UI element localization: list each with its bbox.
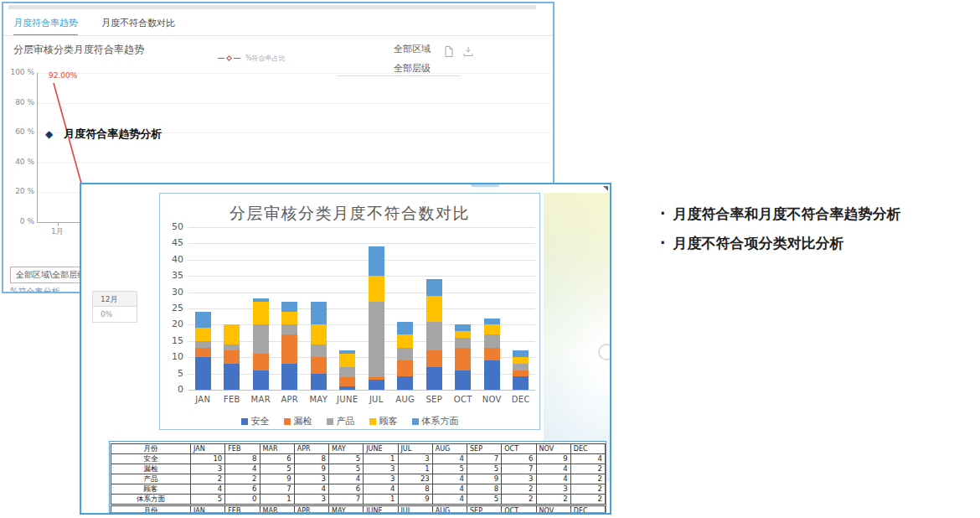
table-cell: 7 [467,454,502,464]
bar-chart-x-axis: JANFEBMARAPRMAYJUNEJULAUGSEPOCTNOVDEC [160,395,541,407]
bar-segment [513,370,529,377]
bar-segment [369,246,384,276]
legend-swatch-icon [241,418,248,425]
trend-annotation: ◆ 月度符合率趋势分析 [45,127,162,142]
table-header-cell: NOV [536,444,570,454]
table-cell: 4 [432,474,467,484]
tab-divider [3,35,553,36]
table-cell: 4 [294,484,328,495]
table-cell: 9 [467,474,502,484]
table-cell: 9 [536,454,570,464]
legend-swatch-icon [327,418,333,425]
bar-gridline [188,293,535,293]
table-cell: 2 [536,495,570,505]
stacked-bar-dec [513,350,529,390]
bar-segment [311,374,327,390]
bar-segment [311,357,327,373]
table-cell: 4 [432,484,467,495]
legend-item-label: 产品 [337,415,355,427]
table-header-cell: MAR [260,506,294,514]
region-filter[interactable]: 全部区域 [394,43,431,55]
table-cell: 1 [364,454,398,464]
bar-x-tick-label: MAR [246,395,276,404]
bar-segment [281,324,297,334]
bar-gridline [188,243,535,244]
resize-handle-icon[interactable] [603,186,608,191]
stacked-bar-may [311,302,327,390]
bar-segment [311,344,327,358]
legend-item: 漏检 [284,415,312,427]
bar-y-tick-label: 20 [162,319,183,329]
legend-item-label: 顾客 [379,415,398,427]
table-header-cell: OCT [502,444,536,454]
document-icon[interactable] [445,44,453,60]
x-tick-label: 1月 [51,226,64,237]
line-chart-legend: %符合率占比 [218,54,286,63]
stacked-bar-aug [397,322,413,390]
table-cell: 9 [294,464,328,474]
table-cell: 3 [398,454,432,464]
y-axis-line [37,73,38,223]
compliance-analysis-link[interactable]: %符合率分析 [10,286,60,293]
bar-segment [339,354,355,367]
table-header-cell: AUG [432,506,467,514]
stacked-bar-apr [281,302,297,390]
bar-segment [484,334,500,348]
bar-segment [311,324,327,344]
bar-segment [195,312,211,328]
line-y-tick-label: 100 % [3,68,34,76]
bar-segment [426,350,442,366]
note-line: · 月度符合率和月度不符合率趋势分析 [660,199,900,229]
stacked-bar-feb [224,324,240,390]
table-header-cell: SEP [467,506,502,514]
bar-segment [484,324,500,334]
legend-swatch-icon [369,418,376,425]
line-y-tick-label: 40 % [3,158,34,166]
table-cell: 3 [364,474,398,484]
bar-chart-legend: 安全漏检产品顾客体系方面 [160,415,539,427]
table-cell: 5 [329,464,364,474]
stacked-bar-oct [455,324,471,390]
table-header-cell: SEP [467,444,502,454]
table-cell: 顾客 [111,484,191,495]
tab-monthly-compliance-trend[interactable]: 月度符合率趋势 [13,17,78,36]
table-cell: 1 [260,495,294,505]
bar-x-tick-label: APR [276,395,305,404]
table-cell: 10 [191,454,225,464]
table-cell: 4 [536,474,570,484]
bar-x-tick-label: JAN [188,395,218,404]
legend-label: %符合率占比 [245,54,286,63]
table-cell: 3 [364,464,398,474]
bar-segment [397,348,413,361]
bar-x-tick-label: OCT [449,395,478,404]
legend-swatch-icon [284,418,291,425]
stacked-bar-jan [195,312,211,390]
tab-monthly-nonconformance-compare[interactable]: 月度不符合数对比 [101,17,175,36]
line-chart-title: 分层审核分类月度符合率趋势 [13,43,144,57]
table-cell: 7 [502,464,536,474]
table-header-cell: DEC [570,506,605,514]
bar-x-tick-label: AUG [391,395,420,404]
table-header-cell: JAN [191,506,225,514]
bar-segment [195,341,211,348]
table-cell: 2 [502,484,536,495]
table-header-cell: MAY [329,506,364,514]
bar-chart-panel: 分层审核分类月度不符合数对比 05101520253035404550 JANF… [159,193,540,430]
download-icon[interactable] [463,44,473,60]
bar-segment [195,357,211,390]
decorative-background [544,193,610,482]
line-gridline [38,73,550,74]
bar-segment [224,350,240,364]
bar-chart-title: 分层审核分类月度不符合数对比 [160,203,539,225]
bar-segment [513,376,529,390]
stacked-bar-jul [369,246,384,390]
table-cell: 2 [570,474,605,484]
table-header-cell: NOV [536,506,570,514]
bar-segment [281,364,297,390]
bar-segment [281,334,297,364]
bar-segment [397,376,413,390]
bar-segment [455,348,471,370]
bar-segment [281,302,297,312]
line-chart-fragment: 12月 0% [92,291,137,323]
bar-segment [484,360,500,390]
